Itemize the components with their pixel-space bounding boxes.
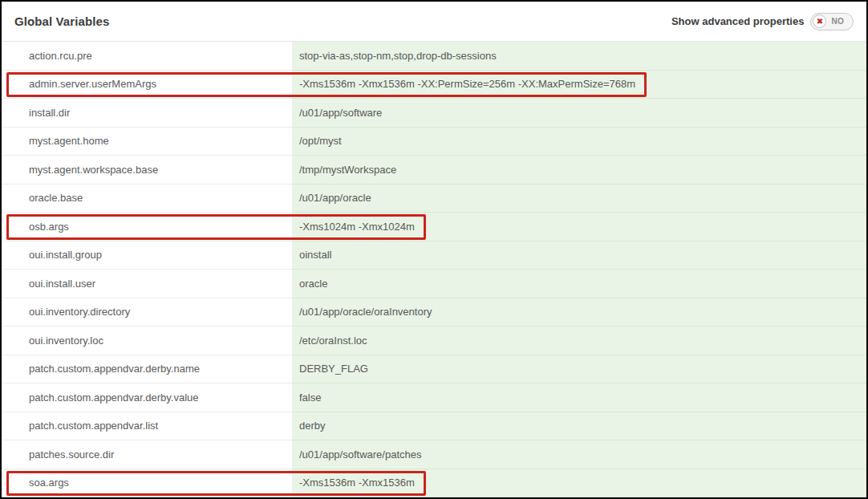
table-row[interactable]: osb.args -Xms1024m -Xmx1024m [2,213,866,241]
table-row[interactable]: patches.source.dir /u01/app/software/pat… [2,440,866,469]
variable-name: myst.agent.workspace.base [2,156,292,185]
variable-value: -Xms1536m -Xmx1536m -XX:PermSize=256m -X… [299,78,635,90]
variable-value: /etc/oraInst.loc [299,335,367,347]
variable-name: myst.agent.home [2,128,292,156]
variable-value: oracle [299,278,327,290]
variable-name: patch.custom.appendvar.derby.name [2,355,292,384]
table-row[interactable]: myst.agent.home /opt/myst [2,128,866,156]
table-row[interactable]: admin.server.userMemArgs -Xms1536m -Xmx1… [2,71,866,99]
variable-value: /opt/myst [299,135,342,147]
variable-name: patch.custom.appendvar.derby.value [2,383,292,412]
variables-table: action.rcu.pre stop-via-as,stop-nm,stop,… [2,42,866,497]
table-row[interactable]: action.rcu.pre stop-via-as,stop-nm,stop,… [2,42,866,71]
table-row[interactable]: oui.install.user oracle [2,270,866,298]
variable-name: oui.inventory.directory [2,298,292,327]
variable-value: stop-via-as,stop-nm,stop,drop-db-session… [299,50,497,62]
variable-value: oinstall [299,249,331,261]
table-row[interactable]: install.dir /u01/app/software [2,99,866,128]
toggle-x-icon: ✖ [813,14,826,28]
variable-value: /u01/app/oracle/oraInventory [299,306,432,318]
toggle-state-text: NO [826,17,851,26]
advanced-properties-control: Show advanced properties ✖ NO [671,13,854,30]
table-row[interactable]: patch.custom.appendvar.derby.name DERBY_… [2,355,866,384]
table-row[interactable]: soa.args -Xms1536m -Xmx1536m [2,469,866,498]
variable-name: install.dir [2,99,292,128]
panel-header: Global Variables Show advanced propertie… [2,2,866,42]
variable-value: derby [299,420,326,432]
variable-value: false [299,391,321,404]
variable-name: patch.custom.appendvar.list [2,412,292,441]
variable-name: admin.server.userMemArgs [2,71,292,99]
variable-value: -Xms1024m -Xmx1024m [299,221,415,233]
advanced-properties-toggle[interactable]: ✖ NO [810,13,854,30]
advanced-properties-label: Show advanced properties [671,15,804,27]
variable-name: oracle.base [2,185,292,213]
variable-name: oui.inventory.loc [2,327,292,355]
table-row[interactable]: patch.custom.appendvar.derby.value false [2,383,866,412]
table-row[interactable]: oui.inventory.loc /etc/oraInst.loc [2,327,866,355]
table-row[interactable]: myst.agent.workspace.base /tmp/mystWorks… [2,156,866,185]
table-row[interactable]: oui.install.group oinstall [2,241,866,270]
variable-name: osb.args [2,213,292,241]
variable-value: -Xms1536m -Xmx1536m [299,477,415,489]
variable-name: patches.source.dir [2,440,292,469]
table-row[interactable]: oui.inventory.directory /u01/app/oracle/… [2,298,866,327]
variable-value: /u01/app/oracle [299,192,371,204]
variable-value: DERBY_FLAG [299,363,368,375]
variable-name: soa.args [2,469,292,498]
variable-value: /u01/app/software [299,107,382,119]
variable-name: oui.install.user [2,270,292,298]
global-variables-panel: Global Variables Show advanced propertie… [0,0,868,499]
variable-value: /tmp/mystWorkspace [299,164,396,176]
variable-value: /u01/app/software/patches [299,448,422,460]
variable-name: oui.install.group [2,241,292,270]
table-row[interactable]: patch.custom.appendvar.list derby [2,412,866,441]
variable-name: action.rcu.pre [2,42,292,71]
page-title: Global Variables [14,14,109,28]
table-row[interactable]: oracle.base /u01/app/oracle [2,185,866,213]
